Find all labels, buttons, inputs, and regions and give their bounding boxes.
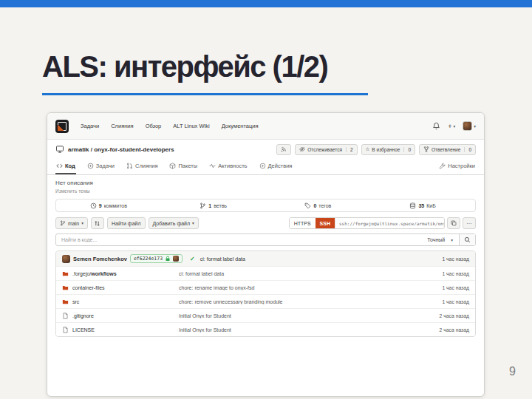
- commit-hash-badge[interactable]: ef6224e173: [130, 254, 183, 263]
- tab-packages[interactable]: Пакеты: [168, 159, 198, 174]
- package-icon: [169, 163, 176, 169]
- edit-topics-link[interactable]: Изменить темы: [55, 188, 476, 194]
- code-icon: [56, 163, 63, 169]
- signer-avatar: [173, 256, 179, 262]
- commit-time: 1 час назад: [442, 256, 469, 262]
- tag-icon: [304, 202, 311, 209]
- rss-button[interactable]: [276, 144, 291, 155]
- chevron-down-icon: ▾: [192, 221, 194, 225]
- file-icon: [62, 313, 69, 319]
- branches-stat[interactable]: 1ветвь: [161, 200, 266, 211]
- clone-url-group: HTTPS SSH ssh://forgejo@altlinux.space/a…: [289, 217, 445, 229]
- compare-icon: [94, 220, 100, 227]
- search-icon: [464, 236, 471, 243]
- tools-icon: [439, 163, 446, 169]
- ci-status-check-icon[interactable]: ✓: [190, 256, 195, 262]
- tab-issues[interactable]: Задачи: [86, 159, 115, 174]
- commit-message[interactable]: ci: format label data: [200, 256, 245, 262]
- database-icon: [409, 202, 416, 209]
- fork-button[interactable]: Ответвление 0: [419, 144, 476, 155]
- star-button[interactable]: ☆ В избранное 0: [361, 144, 416, 155]
- copy-icon: [451, 220, 457, 226]
- chevron-down-icon: ▾: [81, 221, 83, 225]
- star-icon: ☆: [366, 146, 370, 152]
- table-row[interactable]: .forgejo/workflows ci: format label data…: [56, 266, 475, 280]
- compare-button[interactable]: [91, 217, 104, 229]
- create-new-button[interactable]: +▾: [448, 123, 455, 130]
- commits-stat[interactable]: 9коммитов: [56, 200, 161, 211]
- play-circle-icon: [259, 163, 266, 169]
- branch-icon: [200, 202, 206, 209]
- nav-explore[interactable]: Обзор: [146, 123, 162, 129]
- bell-icon[interactable]: [432, 122, 440, 130]
- pull-request-icon: [126, 163, 133, 169]
- title-underline: [42, 93, 368, 95]
- chevron-down-icon: ▾: [474, 124, 476, 129]
- page-number: 9: [509, 365, 516, 378]
- tab-code[interactable]: Код: [55, 159, 76, 174]
- repo-description: Нет описания: [55, 180, 476, 186]
- nav-issues[interactable]: Задачи: [81, 123, 99, 129]
- folder-icon: [62, 299, 69, 305]
- code-search-bar: Точный ▾: [55, 233, 476, 246]
- repo-header: armatik / onyx-for-student-developers От…: [47, 140, 484, 159]
- clock-icon: [90, 202, 97, 209]
- table-row[interactable]: LICENSE Initial Onyx for Student 2 часа …: [56, 322, 475, 336]
- clone-url-field[interactable]: ssh://forgejo@altlinux.space/armatik/ony…: [335, 218, 444, 228]
- tab-actions[interactable]: Действия: [259, 159, 293, 174]
- slide-accent-bar: [0, 0, 532, 7]
- forgejo-logo-icon[interactable]: [55, 120, 69, 133]
- tab-activity[interactable]: Активность: [208, 159, 248, 174]
- user-avatar: [463, 121, 472, 131]
- repo-tabs: Код Задачи Слияния Пакеты Активность Дей…: [47, 159, 484, 175]
- tab-settings[interactable]: Настройки: [438, 159, 476, 174]
- fork-count: 0: [464, 147, 471, 152]
- code-search-input[interactable]: [56, 237, 421, 242]
- nav-alt-linux-wiki[interactable]: ALT Linux Wiki: [173, 123, 209, 129]
- https-button[interactable]: HTTPS: [290, 218, 316, 228]
- more-options-button[interactable]: ···: [463, 217, 476, 229]
- commit-author-avatar: [62, 255, 70, 263]
- ssh-button[interactable]: SSH: [316, 218, 335, 228]
- chevron-down-icon: ▾: [451, 238, 453, 242]
- forgejo-screenshot: Задачи Слияния Обзор ALT Linux Wiki Доку…: [47, 112, 485, 397]
- file-table: Semen Fomchenkov ef6224e173 ✓ ci: format…: [55, 250, 476, 337]
- user-menu[interactable]: ▾: [463, 121, 476, 131]
- chevron-down-icon: ▾: [453, 124, 455, 129]
- table-row[interactable]: .gitignore Initial Onyx for Student 2 ча…: [56, 308, 475, 322]
- search-mode-dropdown[interactable]: Точный ▾: [421, 237, 459, 242]
- rss-icon: [281, 146, 287, 152]
- search-button[interactable]: [459, 234, 475, 245]
- page-title: ALS: интерфейс (1/2): [42, 50, 327, 83]
- add-file-button[interactable]: Добавить файл ▾: [149, 217, 199, 229]
- folder-icon: [62, 270, 69, 277]
- issue-icon: [87, 163, 94, 169]
- copy-url-button[interactable]: [447, 217, 460, 229]
- tab-pulls[interactable]: Слияния: [126, 159, 158, 174]
- lock-icon: [165, 256, 171, 262]
- fork-icon: [423, 146, 429, 152]
- tags-stat[interactable]: 0тегов: [266, 200, 371, 211]
- file-icon: [62, 327, 69, 333]
- table-row[interactable]: container-files chore: rename image to o…: [56, 280, 475, 294]
- commit-author[interactable]: Semen Fomchenkov: [73, 256, 127, 262]
- star-count: 0: [403, 147, 411, 152]
- watch-button[interactable]: Отслеживается 2: [295, 144, 357, 155]
- nav-docs[interactable]: Документация: [222, 123, 259, 129]
- branch-icon: [60, 220, 66, 226]
- find-file-button[interactable]: Найти файл: [107, 217, 146, 229]
- latest-commit-row: Semen Fomchenkov ef6224e173 ✓ ci: format…: [56, 251, 475, 266]
- table-row[interactable]: src chore: remove unnecessary branding m…: [56, 294, 475, 308]
- eye-off-icon: [299, 146, 305, 152]
- nav-pulls[interactable]: Слияния: [111, 123, 133, 129]
- kebab-icon: ···: [466, 220, 472, 227]
- branch-bar: main ▾ Найти файл Добавить файл ▾ HTTPS …: [55, 217, 476, 229]
- app-navbar: Задачи Слияния Обзор ALT Linux Wiki Доку…: [47, 113, 484, 140]
- repo-size-stat[interactable]: 35КиБ: [370, 200, 475, 211]
- branch-selector[interactable]: main ▾: [55, 217, 88, 229]
- watch-count: 2: [346, 147, 353, 152]
- repo-stats-bar: 9коммитов 1ветвь 0тегов 35КиБ: [55, 199, 476, 212]
- activity-icon: [209, 163, 216, 169]
- repo-name[interactable]: armatik / onyx-for-student-developers: [68, 146, 174, 153]
- folder-icon: [62, 284, 69, 291]
